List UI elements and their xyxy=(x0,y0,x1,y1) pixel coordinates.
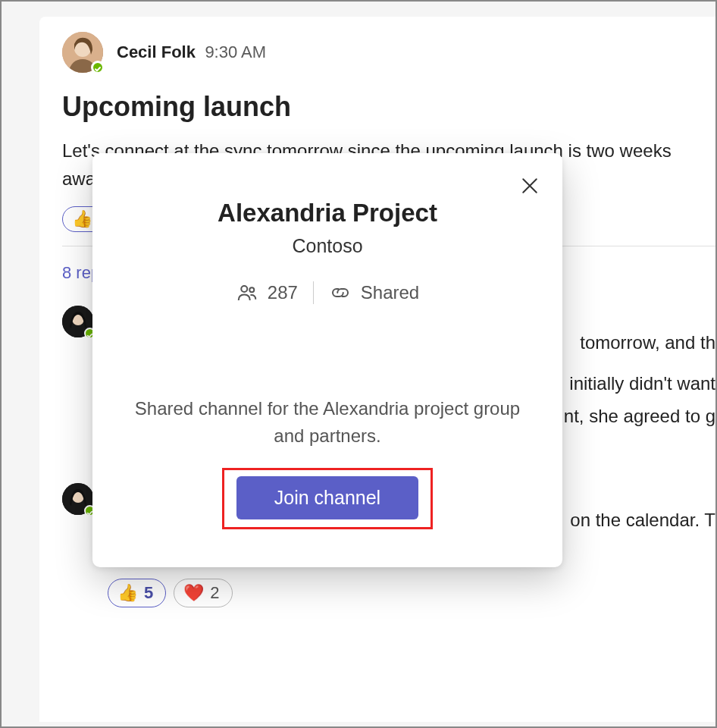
thumbs-up-icon: 👍 xyxy=(117,585,138,601)
join-button-highlight-box: Join channel xyxy=(222,468,433,529)
shared-label: Shared xyxy=(361,282,419,303)
reaction-heart[interactable]: ❤️ 2 xyxy=(174,579,232,607)
svg-point-7 xyxy=(249,287,254,292)
post-header: Cecil Folk 9:30 AM xyxy=(62,32,715,73)
reaction-count: 5 xyxy=(144,583,153,603)
reply-avatar-wrap[interactable] xyxy=(62,306,94,337)
author-name[interactable]: Cecil Folk xyxy=(117,42,196,61)
link-icon xyxy=(329,281,352,304)
author-avatar-wrap[interactable] xyxy=(62,32,103,73)
channel-info-popover: Alexandria Project Contoso 287 Shared Sh… xyxy=(92,153,562,567)
reply-reactions-row: 👍 5 ❤️ 2 xyxy=(108,579,715,607)
channel-description: Shared channel for the Alexandria projec… xyxy=(123,395,532,450)
post-title: Upcoming launch xyxy=(62,91,715,123)
reaction-count: 2 xyxy=(210,583,219,603)
join-channel-button[interactable]: Join channel xyxy=(236,476,418,519)
member-count-value: 287 xyxy=(268,282,298,303)
presence-available-icon xyxy=(91,61,105,74)
post-header-text: Cecil Folk 9:30 AM xyxy=(117,42,266,62)
people-icon xyxy=(236,281,258,304)
heart-icon: ❤️ xyxy=(183,585,204,601)
channel-stats-row: 287 Shared xyxy=(123,281,532,304)
close-icon xyxy=(518,174,541,197)
shared-stat: Shared xyxy=(329,281,419,304)
close-button[interactable] xyxy=(518,174,541,197)
stat-divider xyxy=(313,281,314,304)
svg-point-6 xyxy=(241,286,247,292)
reaction-thumbs[interactable]: 👍 5 xyxy=(108,579,166,607)
member-count-stat: 287 xyxy=(236,281,298,304)
channel-org: Contoso xyxy=(123,235,532,257)
reply-avatar-wrap[interactable] xyxy=(62,483,94,515)
post-timestamp: 9:30 AM xyxy=(205,42,266,61)
thumbs-up-icon: 👍 xyxy=(72,211,92,228)
channel-title: Alexandria Project xyxy=(123,199,532,228)
